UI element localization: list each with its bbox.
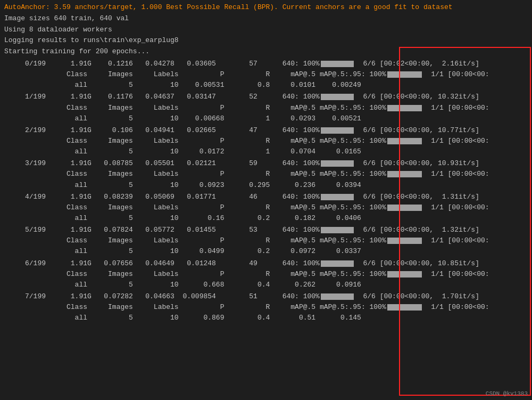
epoch-block-1: 1/199 1.91G 0.1176 0.04637 0.03147 52 64… [4, 92, 528, 124]
header-line-1: AutoAnchor: 3.59 anchors/target, 1.000 B… [4, 2, 528, 13]
epoch-all-row-3: all 5 10 0.0923 0.295 0.236 0.0394 [4, 180, 528, 191]
epoch-main-row-6: 6/199 1.91G 0.07656 0.04649 0.01248 49 6… [4, 258, 528, 269]
epoch-all-row-6: all 5 10 0.668 0.4 0.262 0.0916 [4, 280, 528, 290]
epoch-class-row-6: Class Images Labels P R mAP@.5 mAP@.5:.9… [4, 269, 528, 280]
epoch-class-row-2: Class Images Labels P R mAP@.5 mAP@.5:.9… [4, 136, 528, 146]
epoch-class-row-4: Class Images Labels P R mAP@.5 mAP@.5:.9… [4, 202, 528, 213]
header-line-3: Using 8 dataloader workers [4, 25, 528, 36]
epoch-main-row-5: 5/199 1.91G 0.07824 0.05772 0.01455 53 6… [4, 225, 528, 235]
epoch-class-row-1: Class Images Labels P R mAP@.5 mAP@.5:.9… [4, 103, 528, 113]
epoch-main-row-7: 7/199 1.91G 0.07282 0.04663 0.009854 51 … [4, 291, 528, 302]
epoch-main-row-4: 4/199 1.91G 0.08239 0.05069 0.01771 46 6… [4, 192, 528, 202]
epoch-block-3: 3/199 1.91G 0.08785 0.05501 0.02121 59 6… [4, 158, 528, 190]
epoch-block-4: 4/199 1.91G 0.08239 0.05069 0.01771 46 6… [4, 192, 528, 224]
epoch-all-row-4: all 5 10 0.16 0.2 0.182 0.0406 [4, 213, 528, 224]
epoch-main-row-2: 2/199 1.91G 0.106 0.04941 0.02665 47 640… [4, 125, 528, 136]
epoch-block-2: 2/199 1.91G 0.106 0.04941 0.02665 47 640… [4, 125, 528, 157]
epoch-class-row-0: Class Images Labels P R mAP@.5 mAP@.5:.9… [4, 69, 528, 80]
watermark: CSDN @kv1383 [486, 390, 528, 397]
epoch-all-row-1: all 5 10 0.00668 1 0.0293 0.00521 [4, 113, 528, 124]
terminal: AutoAnchor: 3.59 anchors/target, 1.000 B… [0, 0, 532, 400]
epoch-class-row-5: Class Images Labels P R mAP@.5 mAP@.5:.9… [4, 235, 528, 246]
epoch-all-row-0: all 5 10 0.00531 0.8 0.0101 0.00249 [4, 80, 528, 91]
epoch-container: 0/199 1.91G 0.1216 0.04278 0.03605 57 64… [4, 59, 528, 323]
epoch-all-row-5: all 5 10 0.0499 0.2 0.0972 0.0337 [4, 246, 528, 257]
epoch-class-row-3: Class Images Labels P R mAP@.5 mAP@.5:.9… [4, 169, 528, 179]
epoch-all-row-7: all 5 10 0.869 0.4 0.51 0.145 [4, 313, 528, 323]
epoch-block-6: 6/199 1.91G 0.07656 0.04649 0.01248 49 6… [4, 258, 528, 290]
epoch-all-row-2: all 5 10 0.0172 1 0.0704 0.0165 [4, 146, 528, 157]
epoch-block-5: 5/199 1.91G 0.07824 0.05772 0.01455 53 6… [4, 225, 528, 257]
epoch-main-row-0: 0/199 1.91G 0.1216 0.04278 0.03605 57 64… [4, 59, 528, 69]
epoch-main-row-3: 3/199 1.91G 0.08785 0.05501 0.02121 59 6… [4, 158, 528, 169]
header-line-2: Image sizes 640 train, 640 val [4, 13, 528, 25]
epoch-main-row-1: 1/199 1.91G 0.1176 0.04637 0.03147 52 64… [4, 92, 528, 102]
epoch-block-7: 7/199 1.91G 0.07282 0.04663 0.009854 51 … [4, 291, 528, 323]
header-line-5: Starting training for 200 epochs... [4, 46, 528, 58]
header-line-4: Logging results to runs\train\exp_earplu… [4, 35, 528, 46]
epoch-block-0: 0/199 1.91G 0.1216 0.04278 0.03605 57 64… [4, 59, 528, 91]
epoch-class-row-7: Class Images Labels P R mAP@.5 mAP@.5:.9… [4, 302, 528, 313]
